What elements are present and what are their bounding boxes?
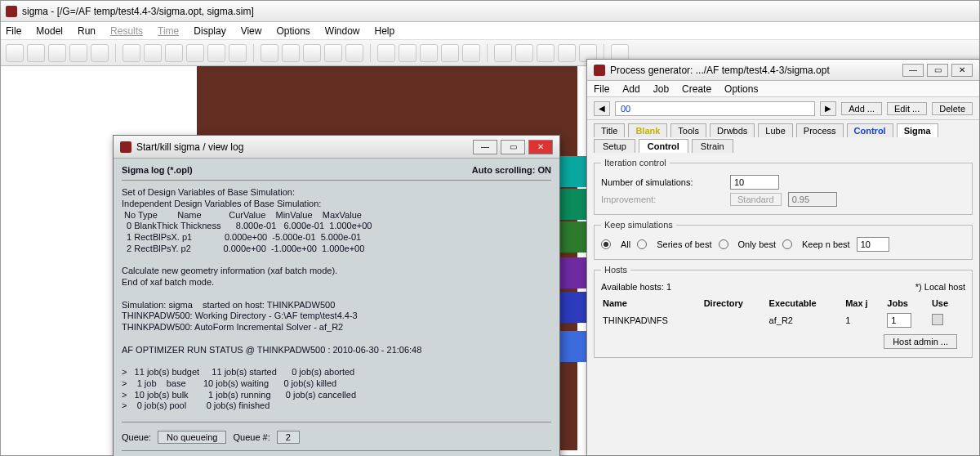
toolbar-btn[interactable]	[303, 44, 321, 62]
host-admin-button[interactable]: Host admin ...	[884, 334, 957, 349]
queue-label: Queue:	[122, 432, 151, 442]
menu-run[interactable]: Run	[78, 25, 96, 37]
pg-menu-options[interactable]: Options	[724, 83, 758, 95]
pg-menu-add[interactable]: Add	[622, 83, 639, 95]
pg-menu-create[interactable]: Create	[682, 83, 711, 95]
nav-next-button[interactable]: ▶	[820, 101, 836, 116]
maximize-button[interactable]: ▭	[927, 64, 948, 77]
subtab-control[interactable]: Control	[639, 139, 688, 153]
nav-prev-button[interactable]: ◀	[594, 101, 610, 116]
main-titlebar: sigma - [/G=/AF temp/test4.4-3/sigma.opt…	[1, 1, 979, 22]
improvement-input	[788, 192, 837, 207]
pg-menu-file[interactable]: File	[594, 83, 609, 95]
pg-menubar: File Add Job Create Options	[587, 81, 979, 97]
toolbar-btn[interactable]	[558, 44, 576, 62]
col-use: Use	[932, 297, 964, 310]
tab-lube[interactable]: Lube	[758, 123, 792, 137]
nsim-input[interactable]	[730, 175, 779, 190]
iteration-legend: Iteration control	[601, 158, 670, 168]
tab-process[interactable]: Process	[796, 123, 844, 137]
hosts-legend: Hosts	[601, 265, 630, 275]
log-titlebar[interactable]: Start/kill sigma / view log — ▭ ✕	[114, 136, 559, 159]
toolbar-btn[interactable]	[27, 44, 45, 62]
toolbar-btn[interactable]	[537, 44, 555, 62]
tab-tools[interactable]: Tools	[670, 123, 706, 137]
col-exe: Executable	[769, 297, 844, 310]
radio-keep-n[interactable]	[782, 239, 792, 249]
toolbar-separator	[370, 44, 371, 62]
pg-titlebar[interactable]: Process generator: .../AF temp/test4.4-3…	[587, 60, 979, 81]
tab-drwbds[interactable]: Drwbds	[710, 123, 755, 137]
keep-legend: Keep simulations	[601, 220, 676, 230]
minimize-button[interactable]: —	[473, 140, 497, 154]
toolbar-btn[interactable]	[122, 44, 140, 62]
minimize-button[interactable]: —	[902, 64, 924, 77]
toolbar-btn[interactable]	[69, 44, 87, 62]
pg-menu-job[interactable]: Job	[653, 83, 669, 95]
radio-only[interactable]	[719, 239, 728, 249]
menu-model[interactable]: Model	[36, 25, 63, 37]
radio-series[interactable]	[637, 239, 647, 249]
toolbar-btn[interactable]	[186, 44, 204, 62]
radio-all[interactable]	[601, 239, 611, 249]
queue-mode-select[interactable]: No queueing	[158, 431, 226, 444]
menu-view[interactable]: View	[241, 25, 262, 37]
radio-keep-n-label: Keep n best	[802, 239, 850, 249]
pg-navrow: ◀ 00 ▶ Add ... Edit ... Delete	[587, 97, 979, 120]
menu-window[interactable]: Window	[325, 25, 360, 37]
toolbar-btn[interactable]	[420, 44, 438, 62]
maximize-button[interactable]: ▭	[501, 140, 525, 154]
toolbar-btn[interactable]	[462, 44, 480, 62]
menu-display[interactable]: Display	[194, 25, 225, 37]
log-title: Start/kill sigma / view log	[136, 141, 243, 153]
log-header-left: Sigma log (*.opl)	[122, 165, 193, 175]
menu-results[interactable]: Results	[110, 25, 143, 37]
host-use-checkbox[interactable]	[932, 314, 943, 325]
col-maxj: Max j	[845, 297, 885, 310]
host-jobs-input[interactable]	[887, 313, 911, 328]
edit-button[interactable]: Edit ...	[887, 102, 927, 115]
toolbar-btn[interactable]	[282, 44, 300, 62]
toolbar-separator	[487, 44, 488, 62]
toolbar-btn[interactable]	[207, 44, 225, 62]
main-menubar: File Model Run Results Time Display View…	[1, 22, 979, 40]
menu-file[interactable]: File	[6, 25, 21, 37]
toolbar-btn[interactable]	[515, 44, 533, 62]
close-button[interactable]: ✕	[528, 140, 553, 154]
toolbar-btn[interactable]	[399, 44, 416, 62]
improvement-mode[interactable]: Standard	[730, 193, 782, 206]
divider	[122, 422, 551, 422]
toolbar-btn[interactable]	[48, 44, 66, 62]
add-button[interactable]: Add ...	[841, 102, 882, 115]
iteration-control-group: Iteration control Number of simulations:…	[594, 158, 973, 215]
close-button[interactable]: ✕	[951, 64, 973, 77]
menu-time[interactable]: Time	[158, 25, 179, 37]
toolbar-btn[interactable]	[229, 44, 247, 62]
toolbar-btn[interactable]	[6, 44, 24, 62]
tab-sigma[interactable]: Sigma	[897, 123, 938, 137]
tab-control[interactable]: Control	[847, 123, 893, 137]
subtab-strain[interactable]: Strain	[692, 139, 733, 153]
toolbar-btn[interactable]	[165, 44, 183, 62]
tab-blank[interactable]: Blank	[628, 123, 667, 137]
toolbar-btn[interactable]	[324, 44, 342, 62]
tab-title[interactable]: Title	[594, 123, 625, 137]
hosts-group: Hosts Available hosts: 1 *) Local host N…	[594, 265, 973, 358]
toolbar-btn[interactable]	[144, 44, 162, 62]
toolbar-btn[interactable]	[441, 44, 459, 62]
menu-help[interactable]: Help	[375, 25, 395, 37]
nav-value[interactable]: 00	[615, 101, 815, 116]
menu-options[interactable]: Options	[276, 25, 310, 37]
toolbar-btn[interactable]	[377, 44, 395, 62]
toolbar-btn[interactable]	[494, 44, 512, 62]
delete-button[interactable]: Delete	[932, 102, 973, 115]
queue-num-select[interactable]: 2	[277, 431, 300, 444]
keep-n-input[interactable]	[857, 237, 889, 252]
log-button-row: Kill Host admin ... Dismiss	[114, 453, 559, 456]
toolbar-btn[interactable]	[91, 44, 109, 62]
toolbar-btn[interactable]	[345, 44, 363, 62]
host-name: THINKPAD\NFS	[603, 311, 702, 329]
subtab-setup[interactable]: Setup	[594, 139, 635, 153]
toolbar-btn[interactable]	[261, 44, 278, 62]
radio-series-label: Series of best	[657, 239, 711, 249]
